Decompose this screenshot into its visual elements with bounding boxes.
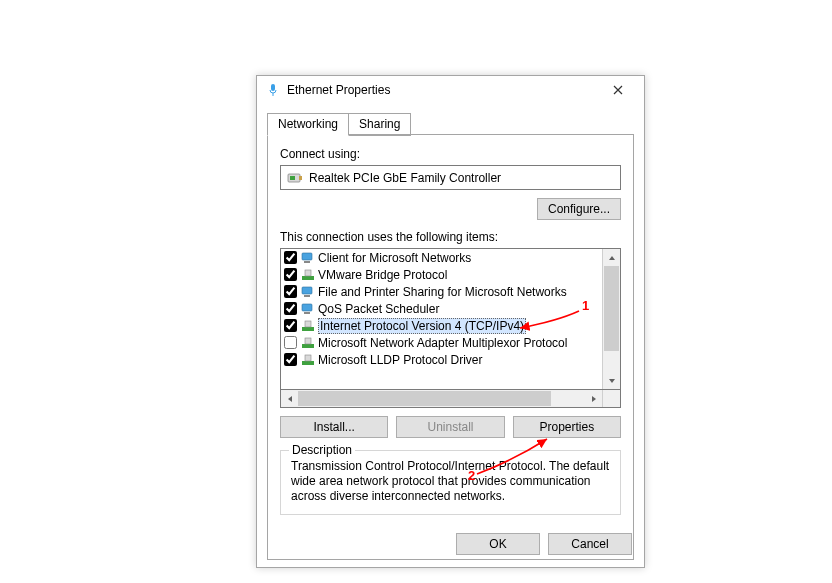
svg-rect-7 — [302, 276, 314, 280]
item-label: Microsoft Network Adapter Multiplexor Pr… — [318, 336, 567, 350]
item-label: QoS Packet Scheduler — [318, 302, 439, 316]
adapter-field[interactable]: Realtek PCIe GbE Family Controller — [280, 165, 621, 190]
svg-rect-0 — [271, 84, 275, 91]
svg-rect-12 — [304, 312, 310, 314]
client-icon — [300, 301, 316, 317]
item-checkbox[interactable] — [284, 319, 297, 332]
tab-strip: NetworkingSharing — [267, 112, 634, 134]
tab-panel-networking: Connect using: Realtek PCIe GbE Family C… — [267, 134, 634, 560]
item-label: File and Printer Sharing for Microsoft N… — [318, 285, 567, 299]
title-bar: Ethernet Properties — [257, 76, 644, 104]
item-checkbox[interactable] — [284, 302, 297, 315]
scroll-down-icon[interactable] — [603, 372, 620, 389]
vertical-scrollbar[interactable] — [602, 249, 620, 389]
item-checkbox[interactable] — [284, 353, 297, 366]
uninstall-button: Uninstall — [396, 416, 504, 438]
item-label: Internet Protocol Version 4 (TCP/IPv4) — [318, 318, 526, 334]
svg-rect-18 — [305, 355, 311, 361]
description-text: Transmission Control Protocol/Internet P… — [291, 459, 610, 504]
item-label: Client for Microsoft Networks — [318, 251, 471, 265]
svg-rect-5 — [302, 253, 312, 260]
svg-rect-15 — [302, 344, 314, 348]
svg-rect-8 — [305, 270, 311, 276]
horizontal-scrollbar[interactable] — [280, 390, 621, 408]
description-title: Description — [289, 443, 355, 457]
item-checkbox[interactable] — [284, 268, 297, 281]
hscroll-thumb[interactable] — [298, 391, 551, 406]
scroll-thumb[interactable] — [604, 266, 619, 351]
list-item[interactable]: QoS Packet Scheduler — [281, 300, 602, 317]
scroll-left-icon[interactable] — [281, 390, 298, 407]
adapter-name: Realtek PCIe GbE Family Controller — [309, 171, 501, 185]
protocol-icon — [300, 335, 316, 351]
close-button[interactable] — [596, 77, 640, 103]
properties-button[interactable]: Properties — [513, 416, 621, 438]
svg-rect-9 — [302, 287, 312, 294]
svg-rect-17 — [302, 361, 314, 365]
list-item[interactable]: Microsoft Network Adapter Multiplexor Pr… — [281, 334, 602, 351]
list-item[interactable]: File and Printer Sharing for Microsoft N… — [281, 283, 602, 300]
tab-sharing[interactable]: Sharing — [349, 113, 411, 136]
protocol-icon — [300, 352, 316, 368]
svg-rect-3 — [290, 176, 295, 180]
item-checkbox[interactable] — [284, 251, 297, 264]
scroll-up-icon[interactable] — [603, 249, 620, 266]
item-label: VMware Bridge Protocol — [318, 268, 447, 282]
adapter-icon — [265, 82, 281, 98]
svg-rect-6 — [304, 261, 310, 263]
scroll-corner — [602, 390, 620, 407]
client-icon — [300, 250, 316, 266]
svg-rect-14 — [305, 321, 311, 327]
list-item[interactable]: Internet Protocol Version 4 (TCP/IPv4) — [281, 317, 602, 334]
configure-button[interactable]: Configure... — [537, 198, 621, 220]
svg-rect-10 — [304, 295, 310, 297]
item-checkbox[interactable] — [284, 285, 297, 298]
install-button[interactable]: Install... — [280, 416, 388, 438]
connect-using-label: Connect using: — [280, 147, 621, 161]
list-item[interactable]: VMware Bridge Protocol — [281, 266, 602, 283]
svg-rect-4 — [299, 176, 302, 180]
items-label: This connection uses the following items… — [280, 230, 621, 244]
nic-icon — [287, 170, 303, 186]
item-checkbox[interactable] — [284, 336, 297, 349]
protocol-icon — [300, 267, 316, 283]
svg-rect-16 — [305, 338, 311, 344]
ethernet-properties-dialog: Ethernet Properties NetworkingSharing Co… — [256, 75, 645, 568]
client-icon — [300, 284, 316, 300]
list-item[interactable]: Microsoft LLDP Protocol Driver — [281, 351, 602, 368]
svg-rect-13 — [302, 327, 314, 331]
svg-rect-11 — [302, 304, 312, 311]
tab-networking[interactable]: Networking — [267, 113, 349, 136]
item-label: Microsoft LLDP Protocol Driver — [318, 353, 483, 367]
list-item[interactable]: Client for Microsoft Networks — [281, 249, 602, 266]
items-listbox[interactable]: Client for Microsoft NetworksVMware Brid… — [280, 248, 621, 390]
scroll-right-icon[interactable] — [585, 390, 602, 407]
cancel-button[interactable]: Cancel — [548, 533, 632, 555]
protocol-icon — [300, 318, 316, 334]
description-group: Description Transmission Control Protoco… — [280, 450, 621, 515]
window-title: Ethernet Properties — [287, 83, 596, 97]
ok-button[interactable]: OK — [456, 533, 540, 555]
